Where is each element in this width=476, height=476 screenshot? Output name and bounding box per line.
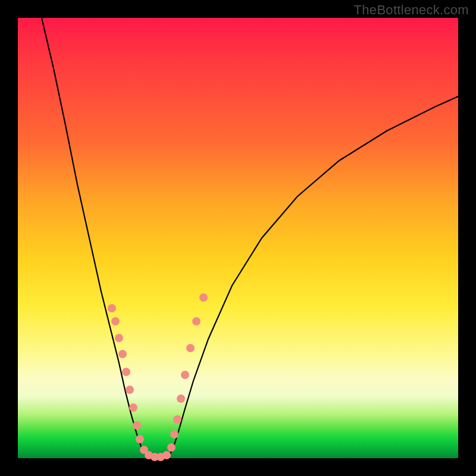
marker-dot <box>129 403 137 412</box>
marker-dot <box>173 415 181 424</box>
marker-dot <box>136 435 144 443</box>
marker-dot <box>162 451 171 459</box>
marker-dot <box>167 443 176 452</box>
curve-right-branch <box>170 96 458 455</box>
marker-dot <box>199 293 208 302</box>
marker-dot <box>111 317 120 325</box>
marker-dot <box>126 386 134 394</box>
marker-dot <box>118 350 127 358</box>
curve-layer <box>18 18 458 458</box>
marker-dot <box>181 371 189 379</box>
marker-dot <box>108 304 116 312</box>
marker-dot <box>122 368 130 376</box>
marker-dot <box>192 317 201 325</box>
plot-area <box>18 18 458 458</box>
marker-dot <box>177 394 185 403</box>
marker-dot <box>170 430 178 439</box>
watermark-label: TheBottleneck.com <box>354 2 469 18</box>
marker-dot <box>115 334 123 342</box>
marker-dot <box>186 344 195 352</box>
marker-dot <box>133 421 141 430</box>
chart-frame: TheBottleneck.com <box>0 0 476 476</box>
